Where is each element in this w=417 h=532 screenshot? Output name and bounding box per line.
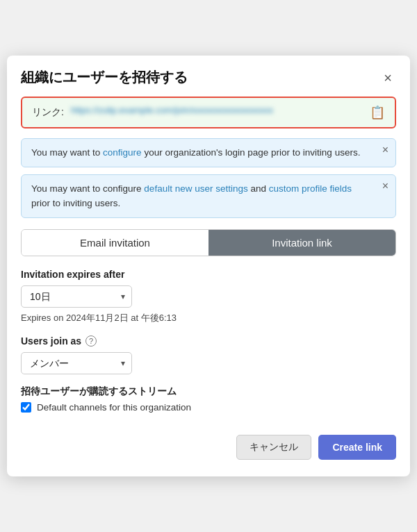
info-banner-1: You may want to configure your organizat… — [21, 138, 396, 167]
banner2-text-before: You may want to configure — [31, 183, 144, 194]
banner2-text-after: prior to inviting users. — [31, 198, 120, 208]
modal-header: 組織にユーザーを招待する × — [7, 56, 410, 97]
tab-email-invitation[interactable]: Email invitation — [22, 230, 208, 256]
tab-row: Email invitation Invitation link — [21, 229, 396, 256]
banner2-default-settings-link[interactable]: default new user settings — [144, 183, 247, 194]
users-join-label: Users join as — [21, 335, 81, 347]
streams-label: 招待ユーザーが購読するストリーム — [21, 385, 396, 398]
banner1-configure-link[interactable]: configure — [103, 147, 142, 158]
banner1-text-after: your organization's login page prior to … — [144, 147, 360, 158]
modal-footer: キャンセル Create link — [7, 424, 410, 463]
banner2-dismiss-button[interactable]: × — [382, 181, 389, 192]
copy-icon[interactable]: 📋 — [366, 105, 385, 120]
create-link-button[interactable]: Create link — [318, 435, 396, 460]
streams-section: 招待ユーザーが購読するストリーム Default channels for th… — [7, 385, 410, 413]
expiry-select[interactable]: 1日 3日 7日 10日 14日 30日 — [21, 285, 132, 308]
info-banner-2: You may want to configure default new us… — [21, 174, 396, 218]
link-label: リンク: — [32, 105, 64, 119]
users-join-help-icon[interactable]: ? — [85, 335, 97, 347]
default-channels-row: Default channels for this organization — [21, 402, 396, 413]
default-channels-label: Default channels for this organization — [37, 402, 191, 413]
users-join-select-wrapper: メンバー 管理者 モデレーター ゲスト ▾ — [21, 352, 132, 374]
tab-invitation-link[interactable]: Invitation link — [208, 230, 395, 256]
invite-user-modal: 組織にユーザーを招待する × リンク: https://zulip.exampl… — [7, 56, 410, 476]
expiry-section: Invitation expires after 1日 3日 7日 10日 14… — [7, 269, 410, 324]
banner2-text-middle: and — [250, 183, 268, 194]
cancel-button[interactable]: キャンセル — [236, 435, 311, 460]
banner1-text-before: You may want to — [31, 147, 103, 158]
expiry-date-text: Expires on 2024年11月2日 at 午後6:13 — [21, 312, 396, 324]
users-join-label-row: Users join as ? — [21, 335, 396, 347]
banner2-custom-fields-link[interactable]: custom profile fields — [269, 183, 352, 194]
modal-title: 組織にユーザーを招待する — [21, 68, 188, 87]
users-join-select[interactable]: メンバー 管理者 モデレーター ゲスト — [21, 352, 132, 374]
default-channels-checkbox[interactable] — [21, 402, 31, 413]
expiry-select-wrapper: 1日 3日 7日 10日 14日 30日 ▾ — [21, 285, 132, 308]
link-url: https://zulip.example.com/join/xxxxxxxxx… — [71, 105, 359, 115]
link-box: リンク: https://zulip.example.com/join/xxxx… — [21, 97, 396, 128]
users-join-select-row: メンバー 管理者 モデレーター ゲスト ▾ — [21, 352, 396, 374]
expiry-label: Invitation expires after — [21, 269, 396, 280]
banner1-dismiss-button[interactable]: × — [382, 144, 389, 156]
users-join-section: Users join as ? メンバー 管理者 モデレーター ゲスト ▾ — [7, 335, 410, 374]
close-button[interactable]: × — [379, 69, 396, 86]
